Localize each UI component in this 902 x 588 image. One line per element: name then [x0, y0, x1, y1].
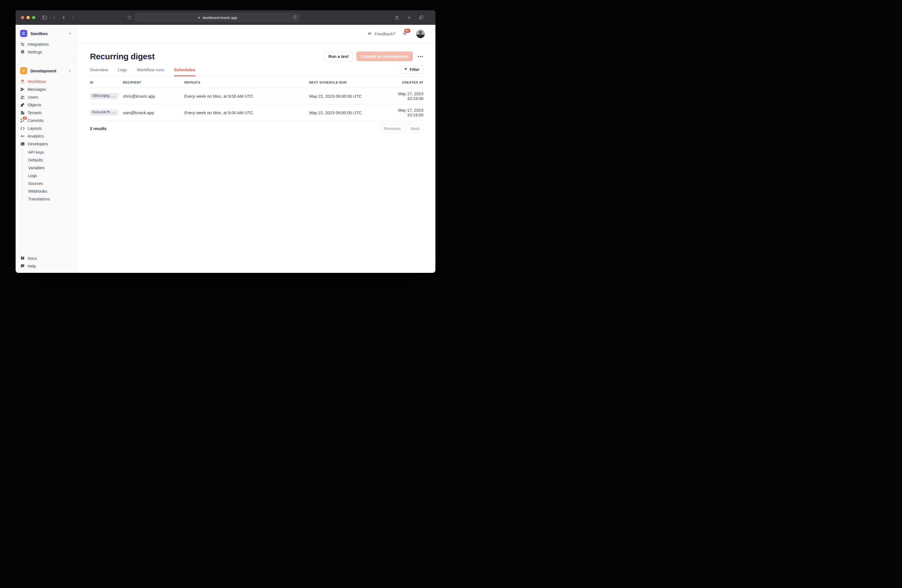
sidebar-toggle-icon[interactable] [42, 15, 47, 20]
back-icon[interactable] [61, 15, 66, 20]
sidebar-item-tenants[interactable]: Tenants [16, 109, 76, 117]
sidebar-item-label: Objects [28, 103, 41, 107]
recipient-cell: chris@knock.app [123, 88, 185, 105]
previous-page-button[interactable]: Previous [380, 124, 404, 133]
tabs: Overview Logs Workflow runs Schedules Fi… [90, 65, 423, 76]
column-header-next-schedule-run: NEXT SCHEDULE RUN [309, 76, 394, 88]
sidebar-subitem-defaults[interactable]: Defaults [23, 156, 76, 164]
window-controls [21, 16, 35, 19]
schedule-id[interactable]: 0s6skXrM... [90, 109, 118, 116]
sidebar-item-layouts[interactable]: Layouts [16, 124, 76, 132]
sidebar-subitem-api-keys[interactable]: API keys [23, 149, 76, 156]
created-at-cell: May 17, 2023 10:19:00 [394, 88, 423, 105]
env-switcher-development[interactable]: Development [16, 66, 76, 76]
sidebar-item-objects[interactable]: Objects [16, 101, 76, 109]
schedule-id[interactable]: CB5odqGg... [90, 93, 118, 99]
page-title-row: Recurring digest Run a test Commit to de… [90, 52, 423, 61]
desktop-background: dashboard.knock.app [0, 0, 451, 294]
browser-titlebar: dashboard.knock.app [16, 10, 435, 25]
next-page-button[interactable]: Next [407, 124, 423, 133]
chevron-down-icon [68, 69, 72, 73]
workflows-icon [20, 79, 25, 84]
tab-logs[interactable]: Logs [118, 67, 127, 76]
help-icon [20, 264, 25, 269]
sidebar-item-label: Defaults [28, 158, 43, 162]
address-bar[interactable]: dashboard.knock.app [135, 13, 300, 22]
repeats-cell: Every week on Mon, at 9:00 AM UTC [185, 105, 309, 121]
integrations-icon [20, 42, 25, 47]
layouts-icon [20, 126, 25, 131]
env-switcher-sandbox[interactable]: C Sandbox [16, 28, 76, 39]
sidebar-subitem-translations[interactable]: Translations [23, 195, 76, 203]
browser-actions-group [395, 10, 424, 25]
sidebar-item-developers[interactable]: Developers [16, 140, 76, 148]
sidebar-item-label: API keys [28, 150, 44, 155]
notifications-button[interactable]: 9+ [402, 30, 408, 37]
sidebar-item-users[interactable]: Users [16, 93, 76, 101]
minimize-button[interactable] [27, 16, 30, 19]
zoom-button[interactable] [32, 16, 35, 19]
column-header-id: ID [90, 76, 123, 88]
sidebar-subitem-logs[interactable]: Logs [23, 172, 76, 180]
recipient-cell: sam@knock.app [123, 105, 185, 121]
sidebar-item-label: Messages [28, 87, 46, 92]
sidebar-item-commits[interactable]: 10 Commits [16, 117, 76, 124]
chevron-down-icon [68, 32, 72, 35]
share-icon[interactable] [395, 15, 399, 20]
env-name: Sandbox [30, 31, 48, 36]
sidebar-item-help[interactable]: Help [16, 262, 76, 270]
development-env-icon [20, 67, 27, 74]
more-options-button[interactable] [417, 54, 423, 59]
env-name: Development [30, 69, 56, 73]
table-footer: 2 results Previous Next [90, 124, 423, 133]
forward-icon[interactable] [71, 15, 75, 20]
sidebar-item-workflows[interactable]: Workflows [16, 78, 76, 86]
refresh-icon[interactable] [293, 15, 297, 20]
close-button[interactable] [21, 16, 24, 19]
sidebar-item-label: Settings [28, 50, 42, 54]
page-content: Recurring digest Run a test Commit to de… [76, 43, 435, 133]
browser-window: dashboard.knock.app [16, 10, 435, 273]
users-icon [20, 95, 25, 100]
sidebar-item-label: Translations [28, 197, 50, 201]
sidebar-subitem-variables[interactable]: Variables [23, 164, 76, 172]
tab-overview[interactable]: Overview [90, 67, 108, 76]
run-a-test-button[interactable]: Run a test [324, 52, 353, 61]
commit-to-development-button[interactable]: Commit to development [356, 52, 413, 61]
sidebar-item-messages[interactable]: Messages [16, 86, 76, 93]
privacy-shield-icon[interactable] [127, 15, 132, 20]
tab-workflow-runs[interactable]: Workflow runs [137, 67, 164, 76]
filter-button[interactable]: Filter [400, 65, 423, 74]
tab-schedules[interactable]: Schedules [174, 67, 196, 76]
sidebar-item-docs[interactable]: Docs [16, 255, 76, 262]
messages-icon [20, 87, 25, 92]
sidebar-item-label: Logs [28, 174, 37, 178]
sidebar-item-analytics[interactable]: Analytics [16, 132, 76, 140]
commits-icon: 10 [20, 118, 25, 123]
feedback-button[interactable]: Feedback? [367, 31, 395, 36]
next-run-cell: May 22, 2023 09:00:00 UTC [309, 88, 394, 105]
new-tab-icon[interactable] [407, 15, 412, 20]
sidebar-item-settings[interactable]: Settings [16, 48, 76, 56]
sidebar-chevron-down-icon[interactable] [53, 16, 55, 19]
table-row[interactable]: CB5odqGg... chris@knock.app Every week o… [90, 88, 423, 105]
docs-icon [20, 256, 25, 261]
development-nav: Workflows Messages Users [16, 78, 76, 148]
user-avatar[interactable] [416, 30, 425, 38]
sidebar-item-label: Tenants [28, 111, 42, 115]
sidebar-subitem-webhooks[interactable]: Webhooks [23, 188, 76, 195]
developers-icon [20, 141, 25, 147]
settings-icon [20, 50, 25, 55]
address-bar-group: dashboard.knock.app [127, 10, 300, 25]
megaphone-icon [367, 31, 372, 36]
sidebar-item-integrations[interactable]: Integrations [16, 41, 76, 48]
feedback-label: Feedback? [375, 31, 395, 36]
tab-overview-icon[interactable] [419, 15, 424, 20]
sidebar-subitem-sources[interactable]: Sources [23, 180, 76, 188]
main-area: Feedback? 9+ Recurring digest [76, 25, 435, 273]
objects-icon [20, 102, 25, 108]
table-row[interactable]: 0s6skXrM... sam@knock.app Every week on … [90, 105, 423, 121]
sidebar-item-label: Variables [28, 166, 45, 170]
sidebar-item-label: Docs [28, 256, 37, 261]
notification-badge: 9+ [404, 28, 411, 33]
